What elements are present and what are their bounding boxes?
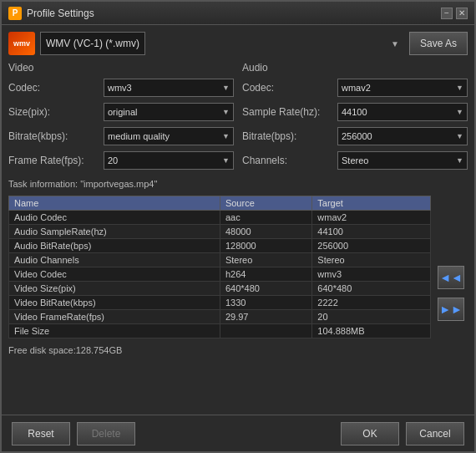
format-select-wrapper: WMV (VC-1) (*.wmv) xyxy=(40,32,404,55)
audio-codec-select[interactable]: wmav2 xyxy=(337,79,468,97)
minimize-button[interactable]: − xyxy=(441,8,453,19)
audio-bitrate-select[interactable]: 256000 xyxy=(337,127,468,145)
table-cell-col0: Video BitRate(kbps) xyxy=(9,296,220,310)
table-row: Video BitRate(kbps)13302222 xyxy=(9,296,431,310)
title-bar: P Profile Settings − ✕ xyxy=(2,2,474,25)
table-cell-col2: 104.888MB xyxy=(312,324,431,338)
table-row: Audio ChannelsStereoStereo xyxy=(9,253,431,267)
app-icon: P xyxy=(8,7,22,20)
audio-bitrate-label: Bitrate(bps): xyxy=(242,130,334,142)
table-section: Task information: "importvegas.mp4" Name… xyxy=(8,179,431,408)
table-cell-col0: Audio Codec xyxy=(9,211,220,225)
table-row: Audio SampleRate(hz)4800044100 xyxy=(9,225,431,239)
audio-channels-row: Channels: Stereo xyxy=(242,151,468,170)
audio-samplerate-label: Sample Rate(hz): xyxy=(242,106,334,118)
prev-button[interactable]: ◄◄ xyxy=(438,266,464,289)
window-content: wmv WMV (VC-1) (*.wmv) Save As Video Cod… xyxy=(2,25,474,415)
video-framerate-select-wrapper: 20 xyxy=(104,151,234,170)
table-cell-col0: Video FrameRate(fps) xyxy=(9,310,220,324)
reset-button[interactable]: Reset xyxy=(12,422,70,445)
table-cell-col2: Stereo xyxy=(312,253,431,267)
audio-channels-select[interactable]: Stereo xyxy=(337,151,468,170)
format-select[interactable]: WMV (VC-1) (*.wmv) xyxy=(40,32,145,55)
col-header-source: Source xyxy=(220,196,311,211)
video-size-row: Size(pix): original xyxy=(8,103,234,121)
table-cell-col1: h264 xyxy=(220,267,311,282)
table-cell-col1: 1330 xyxy=(220,296,311,310)
video-codec-label: Codec: xyxy=(8,82,100,94)
video-panel: Video Codec: wmv3 Size(pix): original xyxy=(8,62,234,172)
ok-button[interactable]: OK xyxy=(341,422,399,445)
title-buttons: − ✕ xyxy=(441,8,468,19)
table-cell-col0: File Size xyxy=(9,324,220,338)
format-icon: wmv xyxy=(8,32,35,55)
video-framerate-select[interactable]: 20 xyxy=(104,151,234,170)
audio-channels-label: Channels: xyxy=(242,155,334,166)
disk-space: Free disk space:128.754GB xyxy=(8,345,431,355)
close-button[interactable]: ✕ xyxy=(456,8,468,19)
video-size-label: Size(pix): xyxy=(8,106,100,118)
table-cell-col2: wmav2 xyxy=(312,211,431,225)
table-cell-col2: 20 xyxy=(312,310,431,324)
table-row: Audio Codecaacwmav2 xyxy=(9,211,431,225)
video-codec-select[interactable]: wmv3 xyxy=(104,79,234,97)
table-cell-col2: 256000 xyxy=(312,239,431,253)
table-cell-col1: 29.97 xyxy=(220,310,311,324)
col-header-name: Name xyxy=(9,196,220,211)
audio-bitrate-select-wrapper: 256000 xyxy=(337,127,468,145)
table-cell-col2: 44100 xyxy=(312,225,431,239)
navigation-panel: ◄◄ ►► xyxy=(434,179,468,408)
profile-settings-window: P Profile Settings − ✕ wmv WMV (VC-1) (*… xyxy=(0,0,476,453)
next-button[interactable]: ►► xyxy=(438,298,464,321)
table-cell-col1: aac xyxy=(220,211,311,225)
footer-right-buttons: OK Cancel xyxy=(341,422,464,445)
format-icon-label: wmv xyxy=(13,39,30,48)
task-info: Task information: "importvegas.mp4" xyxy=(8,179,431,189)
table-row: File Size104.888MB xyxy=(9,324,431,338)
delete-button[interactable]: Delete xyxy=(77,422,135,445)
audio-samplerate-select-wrapper: 44100 xyxy=(337,103,468,121)
video-codec-select-wrapper: wmv3 xyxy=(104,79,234,97)
table-row: Audio BitRate(bps)128000256000 xyxy=(9,239,431,253)
table-cell-col1: 48000 xyxy=(220,225,311,239)
table-cell-col2: 2222 xyxy=(312,296,431,310)
table-cell-col1: 128000 xyxy=(220,239,311,253)
audio-codec-row: Codec: wmav2 xyxy=(242,79,468,97)
table-cell-col0: Audio BitRate(bps) xyxy=(9,239,220,253)
table-cell-col2: wmv3 xyxy=(312,267,431,282)
video-codec-row: Codec: wmv3 xyxy=(8,79,234,97)
table-cell-col0: Video Codec xyxy=(9,267,220,282)
video-framerate-row: Frame Rate(fps): 20 xyxy=(8,151,234,170)
video-size-select[interactable]: original xyxy=(104,103,234,121)
col-header-target: Target xyxy=(312,196,431,211)
audio-panel: Audio Codec: wmav2 Sample Rate(hz): 4410… xyxy=(242,62,468,172)
table-row: Video FrameRate(fps)29.9720 xyxy=(9,310,431,324)
table-cell-col0: Audio SampleRate(hz) xyxy=(9,225,220,239)
video-panel-title: Video xyxy=(8,62,234,74)
audio-bitrate-row: Bitrate(bps): 256000 xyxy=(242,127,468,145)
table-cell-col1 xyxy=(220,324,311,338)
table-cell-col0: Video Size(pix) xyxy=(9,282,220,296)
app-icon-label: P xyxy=(13,8,18,18)
table-cell-col1: 640*480 xyxy=(220,282,311,296)
video-bitrate-select-wrapper: medium quality xyxy=(104,127,234,145)
format-bar: wmv WMV (VC-1) (*.wmv) Save As xyxy=(8,32,468,55)
window-title: Profile Settings xyxy=(27,8,441,19)
footer-left-buttons: Reset Delete xyxy=(12,422,135,445)
video-bitrate-select[interactable]: medium quality xyxy=(104,127,234,145)
cancel-button[interactable]: Cancel xyxy=(406,422,464,445)
audio-panel-title: Audio xyxy=(242,62,468,74)
table-row: Video Codech264wmv3 xyxy=(9,267,431,282)
info-table: Name Source Target Audio Codecaacwmav2Au… xyxy=(8,196,431,338)
video-bitrate-row: Bitrate(kbps): medium quality xyxy=(8,127,234,145)
save-as-button[interactable]: Save As xyxy=(409,32,468,55)
table-row: Video Size(pix)640*480640*480 xyxy=(9,282,431,296)
audio-codec-select-wrapper: wmav2 xyxy=(337,79,468,97)
video-bitrate-label: Bitrate(kbps): xyxy=(8,130,100,142)
video-framerate-label: Frame Rate(fps): xyxy=(8,155,100,166)
codec-panels: Video Codec: wmv3 Size(pix): original xyxy=(8,62,468,172)
table-cell-col0: Audio Channels xyxy=(9,253,220,267)
audio-samplerate-row: Sample Rate(hz): 44100 xyxy=(242,103,468,121)
audio-samplerate-select[interactable]: 44100 xyxy=(337,103,468,121)
audio-codec-label: Codec: xyxy=(242,82,334,94)
